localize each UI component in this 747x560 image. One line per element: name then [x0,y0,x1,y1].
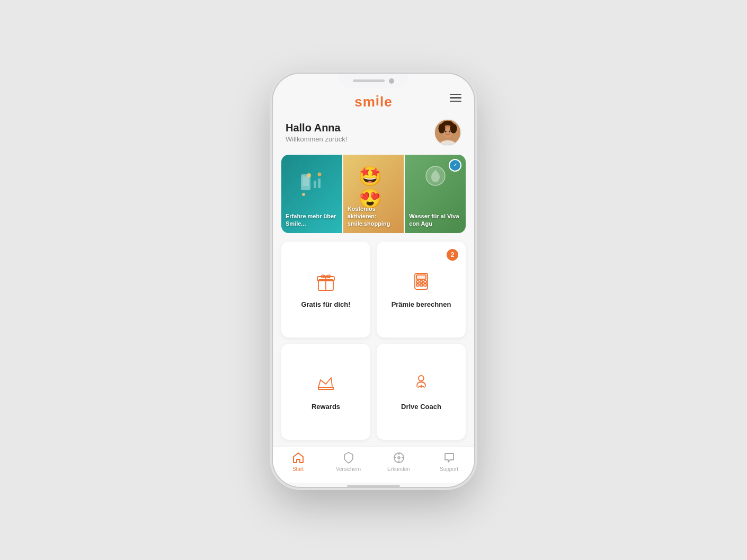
banner-row: Erfahre mehr über Smile... 🤩😍 Kostenlos … [281,155,466,233]
home-indicator [347,485,400,487]
avatar-image [435,119,460,146]
hamburger-line-1 [450,94,461,95]
app-logo: smile [354,94,393,110]
svg-point-4 [445,130,447,132]
svg-rect-24 [424,281,426,283]
svg-point-14 [318,172,322,176]
grid-section: Gratis für dich! 2 [273,242,474,440]
greeting-text: Hallo Anna Willkommen zurück! [286,122,347,143]
svg-point-31 [398,457,400,459]
crown-icon [314,371,337,397]
menu-button[interactable] [450,94,461,102]
notch-camera [389,78,394,84]
nav-label-support: Support [440,466,458,472]
banner-card-2[interactable]: 🤩😍 Kostenlos aktivieren: smile.shopping [343,155,405,233]
banner-badge-3: ✓ [449,159,461,172]
banner-svg-3 [425,165,446,186]
compass-icon [392,451,406,465]
svg-rect-26 [420,284,423,286]
person-drive-icon [410,371,433,397]
bottom-nav: Start Versichern [273,446,474,483]
svg-point-6 [438,123,445,133]
tile-gratis[interactable]: Gratis für dich! [281,242,370,337]
svg-rect-25 [416,284,419,286]
hamburger-line-2 [450,97,461,99]
greeting-section: Hallo Anna Willkommen zurück! [273,114,474,155]
tile-praemie[interactable]: 2 Prämie berechnen [377,242,466,337]
svg-rect-11 [314,181,316,188]
banner-label-1: Erfahre mehr über Smile... [286,212,338,228]
banner-card-1[interactable]: Erfahre mehr über Smile... [281,155,343,233]
svg-point-5 [449,130,450,132]
nav-label-versichern: Versichern [336,466,361,472]
svg-point-7 [450,123,457,133]
nav-label-erkunden: Erkunden [387,466,410,472]
banner-emoji-2: 🤩😍 [358,165,388,210]
svg-rect-12 [318,179,321,188]
notch-bar [353,79,385,82]
nav-item-start[interactable]: Start [273,451,323,472]
banner-svg-1 [290,169,333,206]
nav-item-erkunden[interactable]: Erkunden [374,451,424,472]
tile-gratis-label: Gratis für dich! [301,300,350,309]
banner-card-3[interactable]: ✓ Wasser für al Viva con Agu [405,155,466,233]
banner-label-3: Wasser für al Viva con Agu [409,212,461,228]
svg-point-28 [419,376,424,381]
nav-label-start: Start [292,466,304,472]
svg-rect-21 [416,275,426,279]
chat-icon [442,451,456,465]
tile-praemie-label: Prämie berechnen [392,300,451,309]
shield-icon [342,451,355,465]
hamburger-line-3 [450,101,461,102]
greeting-subtitle: Willkommen zurück! [286,135,347,143]
logo-eye: i [376,93,380,109]
greeting-name: Hallo Anna [286,122,347,134]
svg-point-15 [302,193,305,196]
nav-item-versichern[interactable]: Versichern [323,451,374,472]
avatar[interactable] [434,119,461,146]
home-icon [291,451,305,465]
calculator-icon [410,269,433,295]
banner-illustration [286,160,338,215]
tile-rewards[interactable]: Rewards [281,344,370,440]
svg-rect-27 [424,284,426,286]
svg-rect-22 [416,281,419,283]
notch [339,74,408,88]
svg-rect-10 [303,176,309,186]
tile-drivecoach[interactable]: Drive Coach [377,344,466,440]
svg-point-13 [307,173,311,177]
praemie-badge: 2 [447,249,458,261]
nav-item-support[interactable]: Support [424,451,474,472]
tile-drivecoach-label: Drive Coach [401,402,441,412]
banner-label-2: Kostenlos aktivieren: smile.shopping [348,205,400,228]
svg-rect-23 [420,281,423,283]
phone-screen: smile Hallo Anna Willkommen zurück! [273,74,474,487]
tile-rewards-label: Rewards [312,402,340,412]
gift-icon [314,269,337,295]
phone-frame: smile Hallo Anna Willkommen zurück! [273,74,474,487]
